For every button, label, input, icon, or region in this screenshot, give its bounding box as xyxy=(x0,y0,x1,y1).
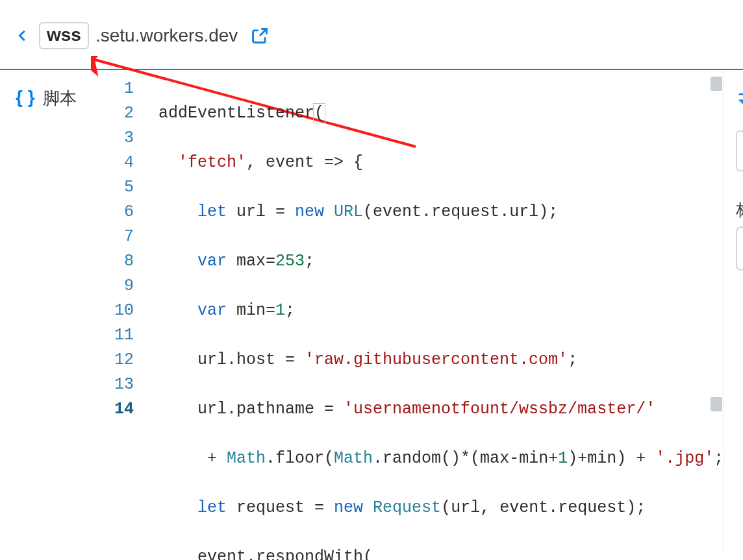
code-content[interactable]: addEventListener( 'fetch', event => { le… xyxy=(143,70,724,560)
left-sidebar: { } 脚本 xyxy=(0,70,95,552)
main-content: { } 脚本 1234 5678 9101112 1314 addEventLi… xyxy=(0,70,743,552)
external-link-icon[interactable] xyxy=(251,27,269,45)
right-panel: HT GET 标头 译 xyxy=(724,70,743,552)
vertical-scrollbar[interactable] xyxy=(711,77,722,411)
swap-icon xyxy=(736,88,743,106)
domain-text: .setu.workers.dev xyxy=(95,25,238,46)
script-tab-label[interactable]: 脚本 xyxy=(43,87,77,110)
headers-label: 标头 xyxy=(736,199,743,221)
header: wss .setu.workers.dev xyxy=(0,0,743,70)
script-icon: { } xyxy=(16,87,35,108)
subdomain-badge: wss xyxy=(39,22,89,49)
http-method-select[interactable]: GET xyxy=(736,130,743,171)
headers-input[interactable] xyxy=(736,226,743,271)
code-area[interactable]: 1234 5678 9101112 1314 addEventListener(… xyxy=(95,70,724,560)
line-gutter: 1234 5678 9101112 1314 xyxy=(95,70,143,560)
editor: 1234 5678 9101112 1314 addEventListener(… xyxy=(95,70,724,552)
http-tab[interactable]: HT xyxy=(736,87,743,107)
back-button[interactable] xyxy=(16,25,30,47)
